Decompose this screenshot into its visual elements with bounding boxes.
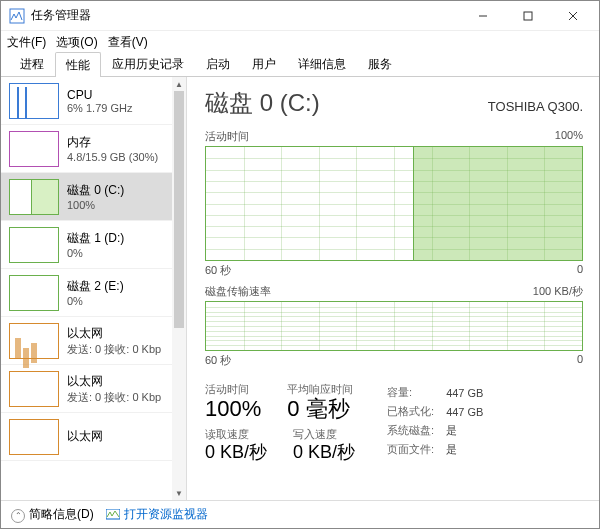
sidebar-item-sub: 6% 1.79 GHz bbox=[67, 102, 132, 114]
titlebar: 任务管理器 bbox=[1, 1, 599, 31]
avg-response-label: 平均响应时间 bbox=[287, 382, 353, 397]
thumbnail-chart-icon bbox=[9, 227, 59, 263]
menu-options[interactable]: 选项(O) bbox=[56, 34, 97, 51]
scroll-up-icon[interactable]: ▲ bbox=[172, 77, 186, 91]
menu-file[interactable]: 文件(F) bbox=[7, 34, 46, 51]
thumbnail-chart-icon bbox=[9, 419, 59, 455]
sidebar-item-cpu-0[interactable]: CPU6% 1.79 GHz bbox=[1, 77, 186, 125]
chevron-up-icon: ⌃ bbox=[11, 509, 25, 523]
chart1-label-left: 活动时间 bbox=[205, 129, 249, 144]
sidebar-item-disk-2[interactable]: 磁盘 0 (C:)100% bbox=[1, 173, 186, 221]
sidebar-item-sub: 4.8/15.9 GB (30%) bbox=[67, 151, 158, 163]
read-speed-value: 0 KB/秒 bbox=[205, 442, 267, 464]
sidebar-item-sub: 0% bbox=[67, 247, 124, 259]
read-speed-label: 读取速度 bbox=[205, 427, 267, 442]
sidebar-item-eth-5[interactable]: 以太网发送: 0 接收: 0 Kbp bbox=[1, 317, 186, 365]
performance-sidebar: CPU6% 1.79 GHz内存4.8/15.9 GB (30%)磁盘 0 (C… bbox=[1, 77, 187, 500]
sidebar-item-mem-1[interactable]: 内存4.8/15.9 GB (30%) bbox=[1, 125, 186, 173]
scrollbar-thumb[interactable] bbox=[174, 91, 184, 328]
active-time-label: 活动时间 bbox=[205, 382, 261, 397]
tab-processes[interactable]: 进程 bbox=[9, 51, 55, 76]
capacity-value: 447 GB bbox=[446, 384, 493, 401]
maximize-button[interactable] bbox=[505, 1, 550, 31]
chart1-footer-right: 0 bbox=[577, 263, 583, 278]
sidebar-item-title: 磁盘 0 (C:) bbox=[67, 182, 124, 199]
close-button[interactable] bbox=[550, 1, 595, 31]
thumbnail-chart-icon bbox=[9, 131, 59, 167]
thumbnail-chart-icon bbox=[9, 83, 59, 119]
open-resource-monitor-link[interactable]: 打开资源监视器 bbox=[106, 506, 208, 523]
open-resource-monitor-label: 打开资源监视器 bbox=[124, 507, 208, 521]
tab-startup[interactable]: 启动 bbox=[195, 51, 241, 76]
thumbnail-chart-icon bbox=[9, 371, 59, 407]
fewer-details-label: 简略信息(D) bbox=[29, 507, 94, 521]
tab-services[interactable]: 服务 bbox=[357, 51, 403, 76]
sidebar-item-eth-6[interactable]: 以太网发送: 0 接收: 0 Kbp bbox=[1, 365, 186, 413]
tab-apphistory[interactable]: 应用历史记录 bbox=[101, 51, 195, 76]
formatted-value: 447 GB bbox=[446, 403, 493, 420]
sidebar-item-sub: 发送: 0 接收: 0 Kbp bbox=[67, 390, 161, 405]
formatted-label: 已格式化: bbox=[387, 403, 444, 420]
minimize-button[interactable] bbox=[460, 1, 505, 31]
pagefile-value: 是 bbox=[446, 441, 493, 458]
system-disk-value: 是 bbox=[446, 422, 493, 439]
thumbnail-chart-icon bbox=[9, 323, 59, 359]
sidebar-item-title: 内存 bbox=[67, 134, 158, 151]
sidebar-item-sub: 发送: 0 接收: 0 Kbp bbox=[67, 342, 161, 357]
sidebar-item-title: 磁盘 2 (E:) bbox=[67, 278, 124, 295]
write-speed-value: 0 KB/秒 bbox=[293, 442, 355, 464]
chart1-canvas bbox=[205, 146, 583, 261]
menubar: 文件(F) 选项(O) 查看(V) bbox=[1, 31, 599, 53]
footer: ⌃简略信息(D) 打开资源监视器 bbox=[1, 500, 599, 528]
avg-response-value: 0 毫秒 bbox=[287, 397, 353, 421]
thumbnail-chart-icon bbox=[9, 179, 59, 215]
tab-users[interactable]: 用户 bbox=[241, 51, 287, 76]
sidebar-item-title: 磁盘 1 (D:) bbox=[67, 230, 124, 247]
sidebar-item-sub: 100% bbox=[67, 199, 124, 211]
scroll-down-icon[interactable]: ▼ bbox=[172, 486, 186, 500]
sidebar-item-title: 以太网 bbox=[67, 428, 103, 445]
sidebar-item-eth-7[interactable]: 以太网 bbox=[1, 413, 186, 461]
app-icon bbox=[9, 8, 25, 24]
body: CPU6% 1.79 GHz内存4.8/15.9 GB (30%)磁盘 0 (C… bbox=[1, 77, 599, 500]
pagefile-label: 页面文件: bbox=[387, 441, 444, 458]
tab-bar: 进程 性能 应用历史记录 启动 用户 详细信息 服务 bbox=[1, 53, 599, 77]
chart1-footer-left: 60 秒 bbox=[205, 263, 231, 278]
chart1-label-right: 100% bbox=[555, 129, 583, 144]
sidebar-scrollbar[interactable]: ▲ ▼ bbox=[172, 77, 186, 500]
menu-view[interactable]: 查看(V) bbox=[108, 34, 148, 51]
sidebar-item-title: CPU bbox=[67, 88, 132, 102]
monitor-icon bbox=[106, 509, 120, 521]
tab-details[interactable]: 详细信息 bbox=[287, 51, 357, 76]
chart2-footer-right: 0 bbox=[577, 353, 583, 368]
sidebar-item-title: 以太网 bbox=[67, 325, 161, 342]
disk-model: TOSHIBA Q300. bbox=[488, 99, 583, 114]
sidebar-item-disk-4[interactable]: 磁盘 2 (E:)0% bbox=[1, 269, 186, 317]
sidebar-item-sub: 0% bbox=[67, 295, 124, 307]
disk-properties: 容量:447 GB 已格式化:447 GB 系统磁盘:是 页面文件:是 bbox=[385, 382, 495, 470]
task-manager-window: 任务管理器 文件(F) 选项(O) 查看(V) 进程 性能 应用历史记录 启动 … bbox=[0, 0, 600, 529]
window-title: 任务管理器 bbox=[31, 7, 460, 24]
system-disk-label: 系统磁盘: bbox=[387, 422, 444, 439]
chart2-label-right: 100 KB/秒 bbox=[533, 284, 583, 299]
chart2-canvas bbox=[205, 301, 583, 351]
sidebar-item-disk-3[interactable]: 磁盘 1 (D:)0% bbox=[1, 221, 186, 269]
disk-stats: 活动时间 100% 平均响应时间 0 毫秒 读取速度 0 KB/秒 bbox=[205, 382, 583, 470]
chart-transfer-rate: 磁盘传输速率 100 KB/秒 60 秒 0 bbox=[205, 284, 583, 368]
active-time-value: 100% bbox=[205, 397, 261, 421]
disk-heading: 磁盘 0 (C:) bbox=[205, 87, 320, 119]
chart-active-time: 活动时间 100% 60 秒 0 bbox=[205, 129, 583, 278]
performance-main: 磁盘 0 (C:) TOSHIBA Q300. 活动时间 100% 60 秒 0 bbox=[187, 77, 599, 500]
chart2-footer-left: 60 秒 bbox=[205, 353, 231, 368]
write-speed-label: 写入速度 bbox=[293, 427, 355, 442]
thumbnail-chart-icon bbox=[9, 275, 59, 311]
svg-rect-2 bbox=[524, 12, 532, 20]
fewer-details-button[interactable]: ⌃简略信息(D) bbox=[11, 506, 94, 523]
chart2-label-left: 磁盘传输速率 bbox=[205, 284, 271, 299]
capacity-label: 容量: bbox=[387, 384, 444, 401]
tab-performance[interactable]: 性能 bbox=[55, 52, 101, 77]
sidebar-item-title: 以太网 bbox=[67, 373, 161, 390]
